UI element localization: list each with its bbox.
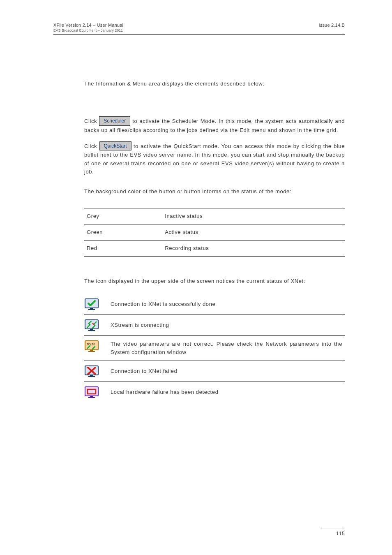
xnet-fail-icon bbox=[84, 365, 99, 377]
svg-text:SYS!: SYS! bbox=[87, 342, 95, 346]
xnet-table: Connection to XNet is successfully done bbox=[84, 294, 345, 402]
table-row: XStream is connecting bbox=[84, 314, 345, 335]
xnet-sys-icon: SYS! bbox=[84, 340, 99, 352]
svg-rect-4 bbox=[90, 329, 93, 330]
svg-rect-2 bbox=[88, 309, 95, 310]
status-cell: Recording status bbox=[162, 240, 345, 257]
header-title: XFile Version 2.14 – User Manual bbox=[53, 23, 123, 28]
status-cell: Active status bbox=[162, 224, 345, 240]
quickstart-paragraph: Click QuickStart to activate the QuickSt… bbox=[84, 142, 345, 176]
quickstart-button[interactable]: QuickStart bbox=[99, 141, 131, 151]
svg-rect-7 bbox=[90, 350, 93, 351]
xnet-connecting-icon bbox=[84, 319, 99, 331]
table-row: SYS! The video parameters are not correc… bbox=[84, 335, 345, 361]
quickstart-prefix: Click bbox=[84, 143, 99, 149]
header-issue: Issue 2.14.B bbox=[318, 23, 345, 32]
page-number: 115 bbox=[320, 531, 345, 536]
svg-rect-14 bbox=[90, 396, 93, 397]
scheduler-button[interactable]: Scheduler bbox=[99, 116, 130, 126]
scheduler-paragraph: Click Scheduler to activate the Schedule… bbox=[84, 117, 345, 134]
xnet-row-text: XStream is connecting bbox=[108, 314, 345, 335]
table-row: Grey Inactive status bbox=[84, 208, 345, 224]
xnet-row-text: Connection to XNet failed bbox=[108, 361, 345, 382]
svg-rect-1 bbox=[90, 308, 93, 309]
scheduler-prefix: Click bbox=[84, 118, 99, 124]
table-row: Connection to XNet failed bbox=[84, 361, 345, 382]
color-cell: Grey bbox=[84, 208, 162, 224]
svg-rect-12 bbox=[88, 376, 95, 377]
bgtext-2: button or bbox=[159, 188, 184, 194]
xnet-intro: The icon displayed in the upper side of … bbox=[84, 277, 345, 285]
xnet-row-text: The video parameters are not correct. Pl… bbox=[108, 335, 345, 361]
header-sub: EVS Broadcast Equipment – January 2011 bbox=[53, 28, 123, 32]
xnet-ok-icon bbox=[84, 298, 99, 310]
table-row: Red Recording status bbox=[84, 240, 345, 257]
status-cell: Inactive status bbox=[162, 208, 345, 224]
xnet-row-text: Connection to XNet is successfully done bbox=[108, 294, 345, 315]
table-row: Local hardware failure has been detected bbox=[84, 382, 345, 402]
table-row: Connection to XNet is successfully done bbox=[84, 294, 345, 315]
bgcolor-paragraph: The background color of the button or bu… bbox=[84, 187, 345, 196]
svg-rect-8 bbox=[88, 351, 95, 352]
svg-rect-5 bbox=[88, 330, 95, 331]
xnet-hw-icon bbox=[84, 386, 99, 398]
color-cell: Red bbox=[84, 240, 162, 257]
svg-rect-15 bbox=[88, 397, 95, 398]
table-row: Green Active status bbox=[84, 224, 345, 240]
status-table: Grey Inactive status Green Active status… bbox=[84, 208, 345, 257]
page-footer: 115 bbox=[320, 529, 345, 536]
bgtext-3: button informs on the status of the mode… bbox=[184, 188, 291, 194]
color-cell: Green bbox=[84, 224, 162, 240]
intro-text: The Information & Menu area displays the… bbox=[84, 80, 345, 88]
bgtext-1: The background color of the bbox=[84, 188, 159, 194]
xnet-row-text: Local hardware failure has been detected bbox=[108, 382, 345, 402]
svg-rect-11 bbox=[90, 375, 93, 376]
